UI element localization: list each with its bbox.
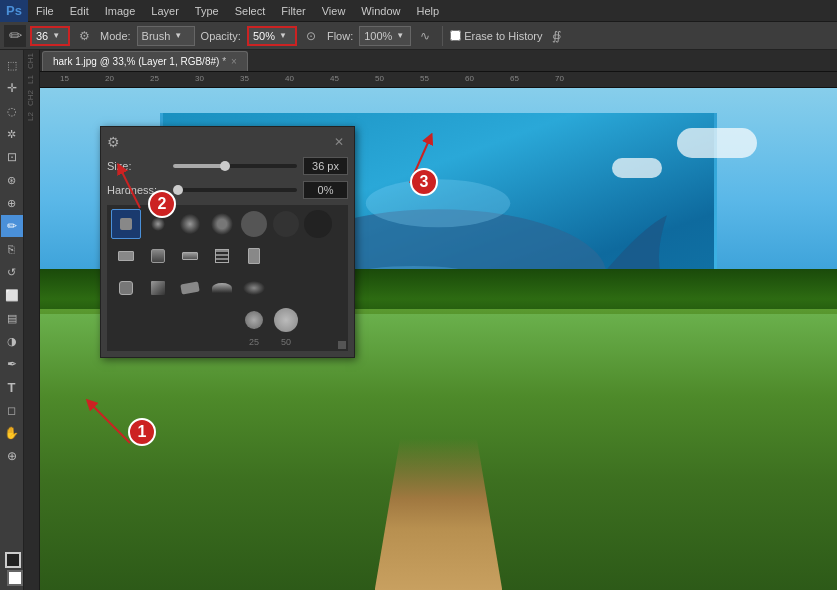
main-area: ⬚ ✛ ◌ ✲ ⊡ ⊛ ⊕ ✏ ⎘ ↺ ⬜ ▤ ◑ ✒ T ◻ ✋ ⊕ CH1 … <box>0 50 837 590</box>
preset-icon-stamp-2 <box>151 249 165 263</box>
preset-r3-7[interactable] <box>303 273 333 303</box>
menu-filter[interactable]: Filter <box>273 0 313 22</box>
preset-r3-1[interactable] <box>111 273 141 303</box>
dirt-path <box>375 438 503 590</box>
preset-r4-4[interactable] <box>207 305 237 335</box>
menu-view[interactable]: View <box>314 0 354 22</box>
tool-marquee[interactable]: ⬚ <box>1 54 23 76</box>
tool-hand[interactable]: ✋ <box>1 422 23 444</box>
tool-history-brush[interactable]: ↺ <box>1 261 23 283</box>
size-label: Size: <box>107 160 167 172</box>
preset-dark-xl[interactable] <box>303 209 333 239</box>
erase-history-label[interactable]: Erase to History <box>450 30 542 42</box>
tab-close-btn[interactable]: × <box>231 56 237 67</box>
preset-hard-md[interactable] <box>207 209 237 239</box>
brush-options-icon[interactable]: ⚙ <box>74 26 94 46</box>
background-color[interactable] <box>7 570 23 586</box>
size-value-box[interactable]: 36 px <box>303 157 348 175</box>
channel-label-1: CH1 <box>24 50 39 72</box>
tool-move[interactable]: ✛ <box>1 77 23 99</box>
tool-pen[interactable]: ✒ <box>1 353 23 375</box>
opacity-options-icon[interactable]: ⊙ <box>301 26 321 46</box>
p-r3-4-icon <box>212 283 232 293</box>
panel-resize-handle[interactable] <box>338 341 346 349</box>
foreground-color[interactable] <box>5 552 21 568</box>
brush-panel-header: ⚙ ✕ <box>107 133 348 151</box>
preset-r4-6[interactable] <box>271 305 301 335</box>
preset-r4-1[interactable] <box>111 305 141 335</box>
menu-file[interactable]: File <box>28 0 62 22</box>
ruler-tick-45: 45 <box>330 74 339 83</box>
menu-window[interactable]: Window <box>353 0 408 22</box>
tool-eyedropper[interactable]: ⊛ <box>1 169 23 191</box>
preset-r4-7[interactable] <box>303 305 333 335</box>
erase-airbrush-icon[interactable]: ∯ <box>546 26 566 46</box>
ruler-tick-40: 40 <box>285 74 294 83</box>
tab-name-text: hark 1.jpg @ 33, <box>53 56 127 67</box>
preset-hard-lg[interactable] <box>239 209 269 239</box>
tool-blur[interactable]: ◑ <box>1 330 23 352</box>
mode-dropdown[interactable]: Brush ▼ <box>137 26 195 46</box>
document-tab[interactable]: hark 1.jpg @ 33,% (Layer 1, RGB/8#) * × <box>42 51 248 71</box>
ruler-tick-50: 50 <box>375 74 384 83</box>
brush-picker-dropdown[interactable]: 36 ▼ <box>30 26 70 46</box>
tool-icon-brush: ✏ <box>4 25 26 47</box>
preset-stamp-1[interactable] <box>111 241 141 271</box>
canvas-area[interactable]: ⚙ ✕ Size: 36 px Hardness: <box>40 88 837 590</box>
hardness-value-box[interactable]: 0% <box>303 181 348 199</box>
left-labels: CH1 L1 CH2 L2 <box>24 50 40 590</box>
menu-edit[interactable]: Edit <box>62 0 97 22</box>
hardness-slider[interactable] <box>173 188 297 192</box>
preset-r4-3[interactable] <box>175 305 205 335</box>
tool-stamp[interactable]: ⎘ <box>1 238 23 260</box>
cloud-2 <box>612 158 662 178</box>
preset-stamp-6[interactable] <box>271 241 301 271</box>
tool-lasso[interactable]: ◌ <box>1 100 23 122</box>
hardness-slider-thumb[interactable] <box>173 185 183 195</box>
erase-history-checkbox[interactable] <box>450 30 461 41</box>
preset-r3-5[interactable] <box>239 273 269 303</box>
ruler-tick-30: 30 <box>195 74 204 83</box>
preset-stamp-2[interactable] <box>143 241 173 271</box>
opacity-dropdown[interactable]: 50% ▼ <box>247 26 297 46</box>
preset-r3-3[interactable] <box>175 273 205 303</box>
flow-label: Flow: <box>327 30 353 42</box>
preset-stamp-5[interactable] <box>239 241 269 271</box>
flow-dropdown[interactable]: 100% ▼ <box>359 26 411 46</box>
preset-stamp-3[interactable] <box>175 241 205 271</box>
tool-crop[interactable]: ⊡ <box>1 146 23 168</box>
menu-layer[interactable]: Layer <box>143 0 187 22</box>
callout-badge-2: 2 <box>148 190 176 218</box>
preset-numbers-row: 25 50 <box>111 337 344 347</box>
size-slider[interactable] <box>173 164 297 168</box>
preset-icon-hard-sm <box>120 218 132 230</box>
tool-eraser[interactable]: ⬜ <box>1 284 23 306</box>
tool-spot-heal[interactable]: ⊕ <box>1 192 23 214</box>
tool-text[interactable]: T <box>1 376 23 398</box>
tool-magic-wand[interactable]: ✲ <box>1 123 23 145</box>
tool-brush[interactable]: ✏ <box>1 215 23 237</box>
preset-hard-small[interactable] <box>111 209 141 239</box>
preset-r3-6[interactable] <box>271 273 301 303</box>
menu-select[interactable]: Select <box>227 0 274 22</box>
preset-dark-lg[interactable] <box>271 209 301 239</box>
size-slider-thumb[interactable] <box>220 161 230 171</box>
preset-stamp-7[interactable] <box>303 241 333 271</box>
menu-image[interactable]: Image <box>97 0 144 22</box>
p-r4-6-icon <box>274 308 298 332</box>
brush-panel-gear-icon[interactable]: ⚙ <box>107 134 120 150</box>
preset-stamp-4[interactable] <box>207 241 237 271</box>
preset-r3-4[interactable] <box>207 273 237 303</box>
tool-path[interactable]: ◻ <box>1 399 23 421</box>
menu-type[interactable]: Type <box>187 0 227 22</box>
tool-gradient[interactable]: ▤ <box>1 307 23 329</box>
flow-icon[interactable]: ∿ <box>415 26 435 46</box>
preset-row-1 <box>111 209 344 239</box>
preset-r4-5[interactable] <box>239 305 269 335</box>
tool-zoom[interactable]: ⊕ <box>1 445 23 467</box>
menu-help[interactable]: Help <box>408 0 447 22</box>
preset-r4-2[interactable] <box>143 305 173 335</box>
brush-panel-close[interactable]: ✕ <box>330 133 348 151</box>
preset-r3-2[interactable] <box>143 273 173 303</box>
preset-soft-md[interactable] <box>175 209 205 239</box>
